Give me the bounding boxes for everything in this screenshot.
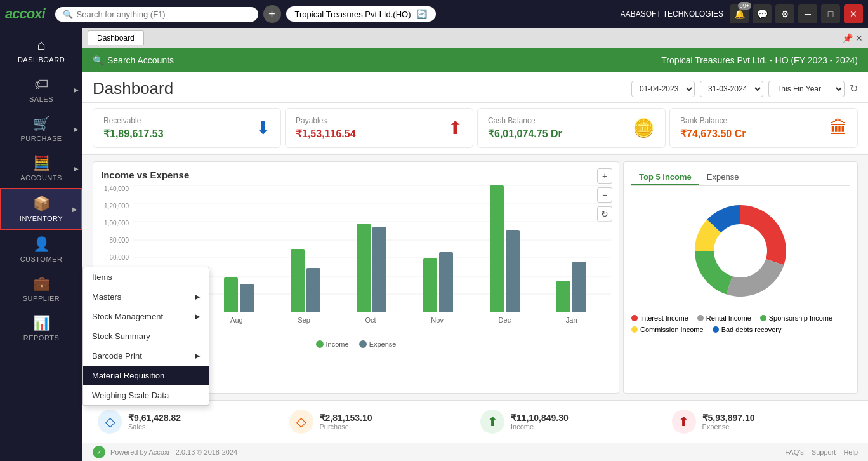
sidebar-item-supplier[interactable]: 💼 SUPPLIER (0, 269, 82, 309)
income-bar (423, 258, 437, 312)
bottom-card-content: ₹5,93,897.10 Expense (702, 413, 755, 431)
expense-bar (506, 230, 520, 312)
menu-item-label: Masters (92, 292, 121, 302)
refresh-company-icon[interactable]: 🔄 (416, 9, 427, 19)
card-icon: ⬆ (448, 117, 463, 138)
date-controls: 01-04-2023 31-03-2024 This Fin Year ↻ (631, 81, 858, 97)
bottom-card-value: ₹11,10,849.30 (511, 413, 569, 423)
footer-support-link[interactable]: Support (812, 448, 836, 456)
menu-item-stock-summary[interactable]: Stock Summary (83, 326, 209, 346)
card-label: Bank Balance (680, 116, 746, 125)
sidebar-item-reports[interactable]: 📊 REPORTS (0, 309, 82, 348)
footer: ✓ Powered by Accoxi - 2.0.13 © 2018-2024… (82, 443, 868, 461)
bottom-card-income: ⬆ ₹11,10,849.30 Income (475, 406, 667, 438)
sidebar-item-inventory[interactable]: 📦 INVENTORY ▶ (0, 188, 82, 230)
bottom-card-sales: ◇ ₹9,61,428.82 Sales (93, 406, 284, 438)
menu-item-material-requisition[interactable]: Material Requisition (83, 366, 209, 385)
chart-zoom-in[interactable]: + (597, 168, 612, 184)
card-value: ₹1,53,116.54 (296, 128, 356, 140)
tab-top5-income[interactable]: Top 5 Income (631, 170, 699, 185)
expense-legend-label: Expense (369, 340, 397, 348)
donut-legend-dot (713, 326, 719, 333)
search-accounts-button[interactable]: 🔍 Search Accounts (93, 55, 174, 65)
donut-legend-item: Sponsorship Income (760, 314, 832, 322)
x-label-Dec: Dec (499, 316, 511, 324)
bottom-card-icon: ⬆ (672, 410, 696, 434)
donut-legend-dot (631, 315, 638, 321)
notifications-button[interactable]: 🔔99+ (730, 4, 749, 23)
settings-button[interactable]: ⚙ (775, 4, 794, 23)
card-value: ₹1,89,617.53 (103, 128, 164, 140)
dashboard-tab[interactable]: Dashboard (88, 30, 144, 45)
donut-legend-label: Bad debts recovery (721, 326, 782, 333)
card-icon: ⬇ (256, 117, 270, 138)
bottom-cards-row: ◇ ₹9,61,428.82 Sales ◇ ₹2,81,153.10 Purc… (82, 400, 868, 443)
expense-bar (439, 252, 453, 312)
minimize-button[interactable]: ─ (798, 4, 817, 23)
donut-segment (695, 251, 732, 294)
footer-help-link[interactable]: Help (843, 448, 858, 456)
sidebar-label-supplier: SUPPLIER (23, 295, 60, 302)
bar-group-Dec (490, 185, 520, 312)
expense-bar (572, 262, 586, 312)
sidebar-label-purchase: PURCHASE (20, 135, 62, 142)
sidebar-item-accounts[interactable]: 🧮 ACCOUNTS ▶ (0, 149, 82, 188)
bottom-card-icon: ⬆ (480, 410, 504, 434)
tab-close-button[interactable]: ✕ (855, 33, 863, 43)
menu-item-label: Barcode Print (92, 351, 142, 361)
sidebar-item-purchase[interactable]: 🛒 PURCHASE ▶ (0, 109, 82, 149)
card-value: ₹6,01,074.75 Dr (488, 128, 562, 140)
card-receivable: Receivable ₹1,89,617.53 ⬇ (93, 108, 281, 148)
menu-item-stock-management[interactable]: Stock Management ▶ (83, 307, 209, 326)
refresh-dashboard-button[interactable]: ↻ (850, 83, 858, 95)
menu-item-barcode-print[interactable]: Barcode Print ▶ (83, 346, 209, 366)
donut-legend-item: Commission Income (631, 326, 704, 333)
right-panel: Top 5 Income Expense Interest Income Ren… (623, 161, 858, 394)
search-box[interactable]: 🔍 (55, 7, 258, 22)
menu-item-items[interactable]: Items (83, 267, 209, 287)
fin-year-select[interactable]: This Fin Year (768, 81, 845, 97)
dashboard-header: Dashboard 01-04-2023 31-03-2024 This Fin… (82, 72, 868, 103)
close-button[interactable]: ✕ (844, 4, 863, 23)
submenu-arrow-icon: ▶ (195, 312, 200, 321)
topbar-right: AABASOFT TECHNOLOGIES 🔔99+ 💬 ⚙ ─ □ ✕ (621, 4, 863, 23)
search-input[interactable] (77, 10, 251, 19)
footer-text: Powered by Accoxi - 2.0.13 © 2018-2024 (110, 448, 237, 456)
top5-tabs: Top 5 Income Expense (631, 170, 850, 186)
sidebar-item-sales[interactable]: 🏷 SALES ▶ (0, 70, 82, 109)
x-label-Nov: Nov (431, 316, 444, 324)
date-to-select[interactable]: 31-03-2024 (700, 81, 763, 97)
card-label: Payables (296, 116, 356, 125)
card-bank-balance: Bank Balance ₹74,673.50 Cr 🏛 (669, 108, 858, 148)
tab-pin-button[interactable]: 📌 (842, 33, 853, 43)
sidebar-item-dashboard[interactable]: ⌂ DASHBOARD (0, 30, 82, 70)
sidebar-arrow-icon: ▶ (72, 206, 77, 213)
footer-faq-link[interactable]: FAQ's (785, 448, 804, 456)
sidebar-icon-accounts: 🧮 (33, 155, 50, 171)
messages-button[interactable]: 💬 (753, 4, 772, 23)
bar-group-Jan (556, 262, 586, 312)
company-full-name: Tropical Treasures Pvt Ltd. - HO (FY 202… (661, 55, 858, 65)
expense-bar (240, 284, 254, 312)
donut-legend-dot (631, 326, 638, 333)
card-cash-balance: Cash Balance ₹6,01,074.75 Dr 🪙 (477, 108, 666, 148)
bar-group-Nov (423, 252, 453, 312)
footer-links: FAQ's Support Help (785, 448, 858, 456)
donut-legend-label: Rental Income (706, 314, 751, 322)
donut-chart-wrapper (631, 194, 850, 308)
sidebar-icon-inventory: 📦 (33, 196, 50, 212)
maximize-button[interactable]: □ (821, 4, 840, 23)
tab-top5-expense[interactable]: Expense (699, 170, 747, 185)
menu-item-weighing-scale-data[interactable]: Weighing Scale Data (83, 385, 209, 405)
company-selector[interactable]: Tropical Treasures Pvt Ltd.(HO) 🔄 (286, 6, 436, 22)
date-from-select[interactable]: 01-04-2023 (631, 81, 695, 97)
menu-item-masters[interactable]: Masters ▶ (83, 287, 209, 307)
bottom-card-value: ₹5,93,897.10 (702, 413, 755, 423)
add-button[interactable]: + (263, 5, 281, 23)
sidebar-item-customer[interactable]: 👤 CUSTOMER (0, 230, 82, 269)
sidebar-label-customer: CUSTOMER (20, 255, 63, 263)
topbar: accoxi 🔍 + Tropical Treasures Pvt Ltd.(H… (0, 0, 868, 28)
company-name: Tropical Treasures Pvt Ltd.(HO) (295, 10, 411, 19)
sidebar-label-dashboard: DASHBOARD (18, 56, 65, 63)
menu-item-label: Weighing Scale Data (92, 391, 169, 400)
